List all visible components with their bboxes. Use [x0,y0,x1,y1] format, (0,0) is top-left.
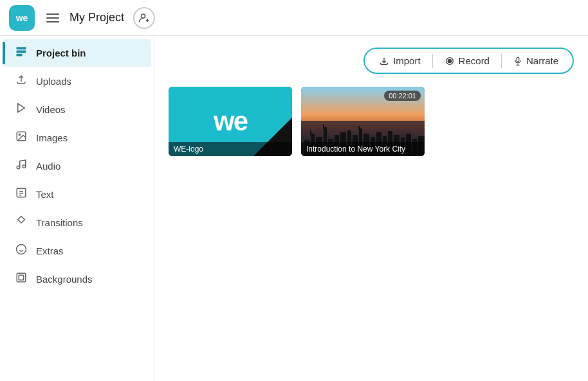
share-button[interactable] [133,7,155,29]
narrate-label: Narrate [526,55,558,66]
toolbar: Import Record [169,48,574,74]
svg-rect-39 [358,126,360,130]
sidebar-item-videos[interactable]: Videos [3,96,151,123]
sidebar-item-backgrounds[interactable]: Backgrounds [3,265,151,293]
app-logo: we [9,5,35,31]
svg-rect-3 [17,54,23,57]
svg-rect-2 [17,51,26,53]
import-button[interactable]: Import [371,53,428,69]
svg-marker-14 [18,217,25,224]
sidebar-item-images[interactable]: Images [3,124,151,152]
svg-rect-18 [17,273,26,282]
narrate-button[interactable]: Narrate [506,53,566,69]
record-button[interactable]: Record [437,53,497,69]
audio-icon [14,159,28,173]
sidebar: Project bin Uploads Videos Images Audio [0,36,154,381]
action-toolbar: Import Record [363,48,574,74]
content-area: Import Record [154,36,588,381]
import-label: Import [393,55,421,66]
sidebar-item-transitions[interactable]: Transitions [3,209,151,236]
sidebar-item-audio[interactable]: Audio [3,152,151,180]
sidebar-label-transitions: Transitions [36,217,83,228]
sidebar-item-project-bin[interactable]: Project bin [3,39,151,67]
main-layout: Project bin Uploads Videos Images Audio [0,36,588,381]
svg-point-15 [17,245,26,254]
we-logo-label: WE-logo [169,142,292,156]
svg-point-0 [142,14,145,18]
uploads-icon [14,74,28,89]
svg-rect-23 [517,57,519,62]
svg-point-8 [17,166,20,169]
app-header: we My Project [0,0,588,36]
project-bin-icon [14,46,28,60]
transitions-icon [14,215,28,230]
ny-city-label: Introduction to New York City [301,142,425,156]
extras-icon [14,244,28,258]
sidebar-label-audio: Audio [36,161,60,172]
divider-1 [432,54,433,68]
sidebar-item-uploads[interactable]: Uploads [3,67,151,95]
svg-rect-32 [323,124,324,129]
sidebar-label-project-bin: Project bin [36,48,86,58]
sidebar-label-extras: Extras [36,245,64,256]
narrate-icon [513,56,522,66]
text-icon [14,187,28,202]
svg-point-9 [23,165,26,168]
svg-rect-19 [19,275,24,280]
sidebar-item-text[interactable]: Text [3,181,151,208]
backgrounds-icon [14,272,28,287]
sidebar-item-extras[interactable]: Extras [3,237,151,265]
divider-2 [501,54,502,68]
svg-rect-1 [17,47,26,49]
sidebar-label-videos: Videos [36,104,66,115]
sidebar-label-text: Text [36,189,54,200]
sidebar-label-uploads: Uploads [36,76,71,87]
media-grid: we WE-logo [169,87,574,156]
record-icon [445,56,455,66]
svg-point-22 [448,59,451,62]
images-icon [14,130,28,145]
svg-marker-5 [18,103,25,112]
ny-duration-badge: 00:22:01 [384,91,421,101]
project-title: My Project [69,11,124,24]
sidebar-label-images: Images [36,132,68,143]
svg-point-7 [19,134,20,135]
hamburger-menu[interactable] [42,10,63,26]
media-card-we-logo[interactable]: we WE-logo [169,87,292,156]
media-card-ny-city[interactable]: 00:22:01 Introduction to New York City [301,87,425,156]
sidebar-label-backgrounds: Backgrounds [36,274,93,285]
record-label: Record [459,55,490,66]
import-icon [379,56,389,66]
videos-icon [14,102,28,117]
svg-rect-29 [310,130,311,136]
